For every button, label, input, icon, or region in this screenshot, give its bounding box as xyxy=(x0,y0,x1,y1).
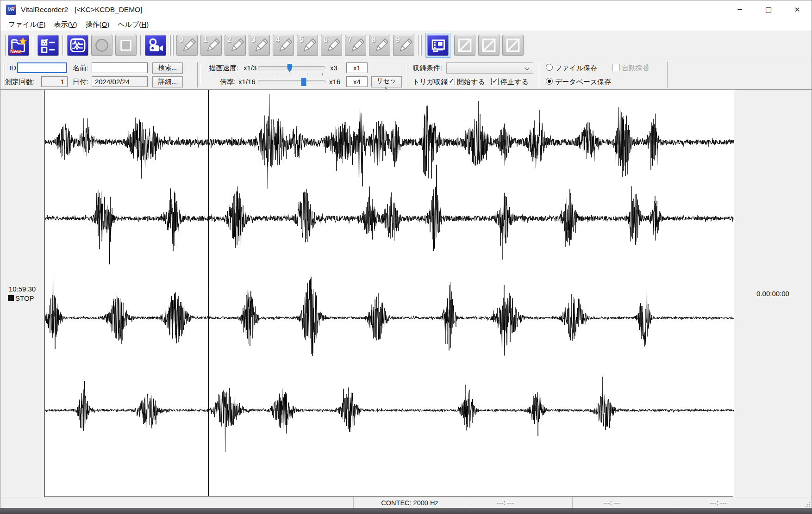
record-status: STOP xyxy=(8,294,34,302)
zoom-slider[interactable] xyxy=(258,80,325,83)
panel-separator xyxy=(407,62,408,87)
statusbar-placeholders: ---: ------: ------: --- xyxy=(466,497,785,508)
statusbar-field: ---: --- xyxy=(679,497,785,508)
monitor-button[interactable] xyxy=(67,35,88,56)
elapsed-time: 0.00:00:00 xyxy=(756,290,789,297)
record-condition-dropdown[interactable] xyxy=(446,62,533,74)
device-slot-empty-button[interactable] xyxy=(454,35,475,56)
stop-status-icon xyxy=(8,295,14,301)
pen-2-button[interactable]: 2 xyxy=(225,35,246,56)
window-bottom-edge xyxy=(0,508,812,514)
maximize-button[interactable]: □ xyxy=(754,0,783,19)
device-slot-empty-button[interactable] xyxy=(478,35,500,56)
statusbar-device: CONTEC: 2000 Hz xyxy=(353,497,466,508)
title-bar: VR 2 VitalRecorder2 - [<KC>KCDB_DEMO] ─ … xyxy=(0,0,812,19)
zoom-current: x4 xyxy=(346,76,368,87)
pen-4-button[interactable]: 4 xyxy=(273,35,294,56)
record-status-label: STOP xyxy=(15,294,34,302)
db-save-label: データベース保存 xyxy=(555,78,611,87)
device-slot-empty-button[interactable] xyxy=(502,35,524,56)
autonum-label: 自動採番 xyxy=(622,64,650,73)
zoom-min: x1/16 xyxy=(238,78,256,86)
no-device-icon xyxy=(456,37,474,54)
measure-count-label: 測定回数: xyxy=(5,78,35,87)
menu-item-h[interactable]: ヘルプ(H) xyxy=(113,19,153,31)
device-board-icon xyxy=(429,37,447,54)
pen-0-button[interactable]: 0 xyxy=(176,35,198,56)
menu-item-v[interactable]: 表示(V) xyxy=(50,19,81,31)
file-save-label: ファイル保存 xyxy=(555,64,597,73)
video-camera-icon xyxy=(147,37,164,54)
reset-button[interactable]: リセット xyxy=(371,76,402,87)
resize-grip[interactable] xyxy=(804,497,812,508)
stop-square-icon xyxy=(117,37,135,54)
zoom-slider-thumb[interactable] xyxy=(301,78,306,86)
window-controls: ─ □ ✕ xyxy=(725,0,812,19)
draw-speed-slider[interactable] xyxy=(258,66,325,69)
pen-8-button[interactable]: 8 xyxy=(369,35,390,56)
zoom-max: x16 xyxy=(329,78,340,86)
status-bar: CONTEC: 2000 Hz ---: ------: ------: --- xyxy=(0,497,812,508)
toolbar-separator xyxy=(62,35,63,56)
panel-grip[interactable] xyxy=(200,64,202,86)
zoom-label: 倍率: xyxy=(220,78,236,87)
video-camera-button[interactable] xyxy=(145,35,166,56)
trigger-record-label: トリガ収録: xyxy=(412,78,450,87)
close-button[interactable]: ✕ xyxy=(783,0,812,19)
pen-6-button[interactable]: 6 xyxy=(321,35,342,56)
chevron-down-icon xyxy=(525,66,529,70)
toolbar-separator xyxy=(140,35,141,56)
detail-button[interactable]: 詳細... xyxy=(152,76,183,87)
statusbar-field: ---: --- xyxy=(466,497,572,508)
autonum-checkbox[interactable] xyxy=(612,64,620,71)
no-device-icon xyxy=(480,37,498,54)
file-save-radio[interactable] xyxy=(546,64,553,71)
menu-bar: ファイル(F)表示(V)操作(O)ヘルプ(H) xyxy=(0,19,812,31)
search-button[interactable]: 検索... xyxy=(152,62,183,74)
app-window: VR 2 VitalRecorder2 - [<KC>KCDB_DEMO] ─ … xyxy=(0,0,812,514)
waveform-monitor-icon xyxy=(69,37,87,54)
toolbar-grip[interactable] xyxy=(169,35,174,56)
clock-time: 10:59:30 xyxy=(9,285,36,293)
pen-3-button[interactable]: 3 xyxy=(249,35,270,56)
minimize-icon: ─ xyxy=(737,6,742,14)
draw-speed-max: x3 xyxy=(330,64,337,72)
draw-speed-current: x1 xyxy=(346,62,368,73)
record-circle-icon xyxy=(93,37,111,54)
new-label: New xyxy=(10,49,21,54)
minimize-button[interactable]: ─ xyxy=(725,0,754,19)
toolbar-grip[interactable] xyxy=(4,35,6,56)
statusbar-spacer xyxy=(0,497,353,508)
close-icon: ✕ xyxy=(794,6,800,14)
new-record-button[interactable]: New xyxy=(8,35,29,56)
waveform-canvas xyxy=(45,90,734,496)
pen-9-button[interactable]: 9 xyxy=(393,35,414,56)
menu-item-f[interactable]: ファイル(F) xyxy=(4,19,50,31)
measure-count-value: 1 xyxy=(41,76,68,87)
record-stop-button[interactable] xyxy=(115,35,137,56)
pen-5-button[interactable]: 5 xyxy=(297,35,318,56)
panel-separator xyxy=(197,62,198,87)
id-input[interactable] xyxy=(17,62,67,73)
main-area: 10:59:30 STOP 0.00:00:00 xyxy=(0,89,812,497)
device-slot-selected xyxy=(425,33,450,58)
left-time-panel: 10:59:30 STOP xyxy=(0,90,44,497)
db-save-radio[interactable] xyxy=(546,78,553,85)
pen-1-button[interactable]: 1 xyxy=(200,35,222,56)
pen-7-button[interactable]: 7 xyxy=(345,35,366,56)
trigger-start-label: 開始する xyxy=(457,78,485,87)
toolbar: New xyxy=(0,31,812,60)
record-start-button[interactable] xyxy=(91,35,112,56)
name-label: 名前: xyxy=(73,64,88,73)
record-list-button[interactable] xyxy=(37,35,59,56)
name-input[interactable] xyxy=(92,62,148,73)
toolbar-grip[interactable] xyxy=(418,35,422,56)
app-icon: VR 2 xyxy=(6,5,16,15)
panel-separator xyxy=(539,62,540,87)
menu-item-o[interactable]: 操作(O) xyxy=(81,19,114,31)
date-value: 2024/02/24 xyxy=(92,76,148,87)
device-board-button[interactable] xyxy=(427,35,449,56)
trigger-start-checkbox[interactable] xyxy=(448,78,455,85)
trigger-stop-checkbox[interactable] xyxy=(491,78,499,85)
draw-speed-slider-thumb[interactable] xyxy=(287,64,292,72)
